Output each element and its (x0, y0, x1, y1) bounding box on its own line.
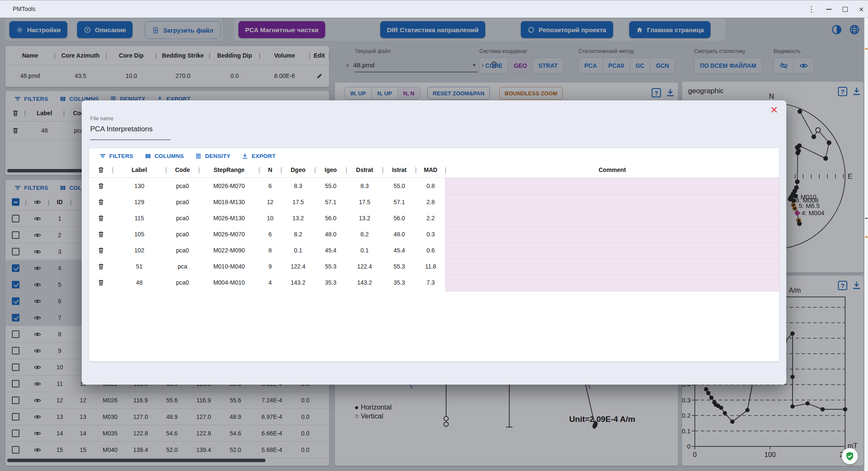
scroll-mark (865, 48, 868, 50)
delete-row-icon[interactable] (97, 247, 105, 254)
interpretation-row[interactable]: 105 pca0 M026-M070 6 8.2 48.0 8.2 48.0 0… (89, 226, 779, 242)
delete-row-icon[interactable] (97, 183, 105, 190)
delete-row-icon[interactable] (97, 231, 105, 238)
browser-scrollbar[interactable] (864, 18, 868, 471)
comment-cell[interactable] (445, 274, 779, 291)
delete-row-icon[interactable] (97, 199, 105, 206)
delete-row-icon[interactable] (97, 279, 105, 286)
col-header-istrat[interactable]: Istrat (383, 162, 416, 177)
columns-button[interactable]: COLUMNS (144, 152, 184, 160)
pca-interpretations-dialog: × File name PCA Interpretations FILTERS … (82, 100, 786, 385)
maximize-button[interactable] (843, 7, 848, 12)
antivirus-shield-icon[interactable] (842, 448, 858, 464)
window-menu-icon[interactable]: ⋮ (807, 6, 815, 13)
comment-cell[interactable] (445, 226, 779, 243)
filter-icon (99, 152, 106, 160)
export-button[interactable]: EXPORT (241, 152, 276, 160)
columns-icon (144, 152, 152, 160)
comment-cell[interactable] (445, 178, 779, 195)
comment-cell[interactable] (445, 258, 779, 275)
col-header-igeo[interactable]: Igeo (315, 162, 346, 177)
close-dialog-icon[interactable]: × (770, 102, 778, 117)
density-icon (195, 152, 202, 160)
file-name-label: File name (90, 116, 113, 122)
col-header-code[interactable]: Code (166, 162, 199, 177)
minimize-button[interactable] (826, 9, 832, 10)
col-header-dstrat[interactable]: Dstrat (346, 162, 383, 177)
delete-all-icon[interactable] (97, 166, 105, 174)
pmtools-window: PMTools ⋮ × Настройки Описание Загрузить… (0, 0, 868, 471)
titlebar: PMTools ⋮ × (0, 0, 868, 18)
scroll-mark (865, 236, 868, 238)
app-title: PMTools (13, 6, 36, 12)
filters-button[interactable]: FILTERS (99, 152, 133, 160)
interpretations-table-card: FILTERS COLUMNS DENSITY EXPORT Label Cod… (89, 148, 779, 361)
interpretation-row[interactable]: 51 pca M010-M040 9 122.4 55.3 122.4 55.3… (89, 258, 779, 274)
input-underline (90, 139, 171, 140)
col-header-label[interactable]: Label (113, 162, 166, 177)
delete-row-icon[interactable] (97, 215, 105, 222)
interpretation-row[interactable]: 102 pca0 M022-M090 8 0.1 45.4 0.1 45.4 0… (89, 242, 779, 258)
density-button[interactable]: DENSITY (195, 152, 230, 160)
export-icon (241, 152, 249, 160)
interpretation-row[interactable]: 48 pca0 M004-M010 4 143.2 35.3 143.2 35.… (89, 274, 779, 291)
interpretation-rows: 130 pca0 M026-M070 6 8.3 55.0 8.3 55.0 0… (89, 178, 779, 291)
delete-row-icon[interactable] (97, 263, 105, 270)
file-name-input[interactable]: PCA Interpretations (90, 125, 152, 133)
close-window-button[interactable]: × (859, 5, 864, 14)
comment-cell[interactable] (445, 194, 779, 211)
col-header-comment[interactable]: Comment (445, 162, 779, 177)
col-header-n[interactable]: N (259, 162, 281, 177)
col-header-steprange[interactable]: StepRange (199, 162, 259, 177)
comment-cell[interactable] (445, 210, 779, 227)
col-header-mad[interactable]: MAD (416, 162, 445, 177)
comment-cell[interactable] (445, 242, 779, 259)
scroll-mark (865, 218, 868, 219)
col-header-dgeo[interactable]: Dgeo (281, 162, 315, 177)
interpretation-row[interactable]: 129 pca0 M018-M130 12 17.5 57.1 17.5 57.… (89, 194, 779, 210)
interpretation-row[interactable]: 130 pca0 M026-M070 6 8.3 55.0 8.3 55.0 0… (89, 178, 779, 194)
interpretation-row[interactable]: 115 pca0 M026-M130 10 13.2 56.0 13.2 56.… (89, 210, 779, 226)
